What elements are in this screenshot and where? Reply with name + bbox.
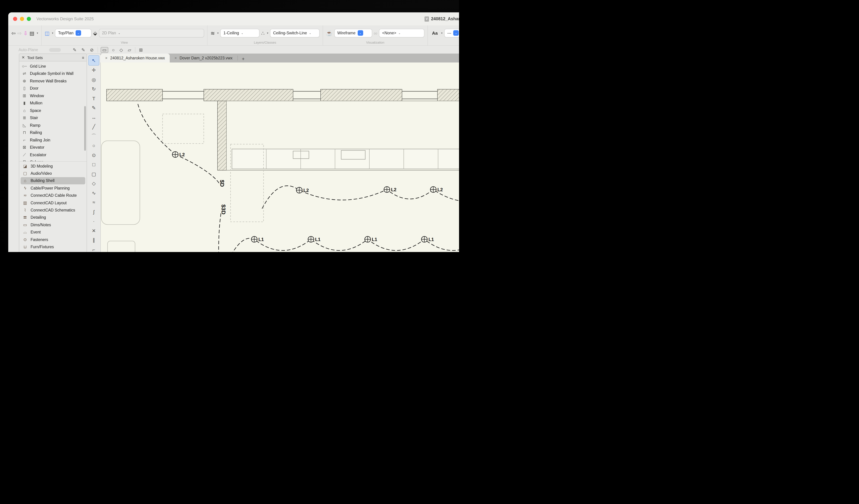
tool-set-category-connectcad-layout[interactable]: ▥ConnectCAD Layout xyxy=(20,199,85,206)
arc-tool[interactable]: ⌒ xyxy=(89,131,99,141)
tool-set-category-fasteners[interactable]: ⊙Fasteners xyxy=(20,236,85,243)
class-select[interactable]: Ceiling-Switch-Line⌄ xyxy=(270,29,319,37)
tool-item[interactable]: ⊠Elevator xyxy=(21,144,86,151)
light-fixture-l1[interactable]: L1 xyxy=(251,236,264,242)
tool-item[interactable]: ⊗Remove Wall Breaks xyxy=(21,77,86,85)
tool-item[interactable]: ○┄Grid Line xyxy=(21,62,86,70)
minimize-window-button[interactable] xyxy=(20,17,24,21)
back-icon[interactable]: ⇦ xyxy=(11,30,16,35)
zoom-tool[interactable]: ◎ xyxy=(89,75,99,84)
auto-plane-button[interactable]: Auto-Plane xyxy=(18,48,38,52)
light-fixture-l2[interactable]: L2 xyxy=(296,187,309,193)
polygon-marquee-icon[interactable]: ◇ xyxy=(119,47,124,52)
tool-item[interactable]: ⟋Escalator xyxy=(21,151,86,158)
tool-set-category-dims-notes[interactable]: ▭Dims/Notes xyxy=(20,221,85,229)
tool-set-category-audio-video[interactable]: ▢Audio/Video xyxy=(20,170,85,177)
freehand-tool[interactable]: ≈ xyxy=(89,198,99,207)
zoom-window-button[interactable] xyxy=(27,17,31,21)
tool-item[interactable]: ▯Door xyxy=(21,85,86,92)
forward-icon[interactable]: ⇨ xyxy=(17,30,22,35)
tool-item[interactable]: ▮Mullion xyxy=(21,99,86,107)
publish-icon[interactable]: ⇩ xyxy=(24,30,28,35)
tool-item[interactable]: ⇌Duplicate Symbol in Wall xyxy=(21,70,86,77)
drawing-canvas[interactable]: L2L1L3L3L2L2L2L1L1L1L1L1L1L1L1L2L2L2L2L2… xyxy=(100,62,459,252)
circle-tool[interactable]: ○ xyxy=(89,141,99,151)
tool-item[interactable]: ◺Ramp xyxy=(21,122,86,129)
interactive-scaling-off-icon[interactable]: ⊘ xyxy=(89,47,95,52)
file-history-icon[interactable]: ▤ xyxy=(29,30,34,35)
close-tab-icon[interactable]: × xyxy=(105,56,107,60)
layers-icon[interactable]: ≋ xyxy=(210,30,215,35)
close-tab-icon[interactable]: × xyxy=(175,56,177,60)
font-style-icon[interactable]: Aa xyxy=(431,30,439,35)
pan-tool[interactable]: ✛ xyxy=(89,65,99,75)
tool-set-category-3d-modeling[interactable]: ◪3D Modeling xyxy=(20,162,85,170)
interactive-scaling-2-icon[interactable]: ✎ xyxy=(80,47,86,52)
callout-tool[interactable]: ✎ xyxy=(89,103,99,113)
tool-item[interactable]: ⌐Railing Join xyxy=(21,136,86,144)
scrollbar-thumb[interactable] xyxy=(84,106,86,151)
light-fixture-l2[interactable]: L2 xyxy=(172,152,185,157)
tool-set-category-furn-fixtures[interactable]: ⊔Furn/Fixtures xyxy=(20,243,85,251)
tool-set-category-connectcad-cable-route[interactable]: ≂ConnectCAD Cable Route xyxy=(20,192,85,199)
render-teapot-icon[interactable]: ☕ xyxy=(326,30,332,35)
light-fixture-l1[interactable]: L1 xyxy=(365,236,377,242)
data-vis-glasses-icon[interactable]: ∞ xyxy=(374,30,377,35)
hamburger-menu-icon[interactable]: ≡ xyxy=(82,56,84,60)
tab-asharoken-house[interactable]: × 240812_Asharoken House.vwx xyxy=(100,53,170,62)
lasso-marquee-icon[interactable]: ○ xyxy=(111,47,116,52)
font-select[interactable]: ---⌄ xyxy=(444,29,459,37)
group-label: Visualization xyxy=(323,41,427,44)
switch-symbol[interactable]: $3D xyxy=(221,204,227,215)
text-tool[interactable]: T xyxy=(89,94,99,103)
paint-marquee-icon[interactable]: ▱ xyxy=(127,47,132,52)
fillet-tool[interactable]: ⌐ xyxy=(89,245,99,252)
rounded-rectangle-tool[interactable]: ▢ xyxy=(89,169,99,179)
render-mode-select[interactable]: Wireframe⌄ xyxy=(334,29,372,37)
data-vis-select[interactable]: <None>⌄ xyxy=(379,29,424,37)
tool-item[interactable]: ⌂Space xyxy=(21,107,86,114)
rectangle-tool[interactable]: □ xyxy=(89,160,99,169)
saved-view-select[interactable]: 2D Plan⌄ xyxy=(99,29,204,37)
tool-item[interactable]: ΠColumn xyxy=(21,158,86,161)
layer-select[interactable]: 1-Ceiling⌄ xyxy=(221,29,260,37)
tool-set-category-building-shell[interactable]: ⌂Building Shell xyxy=(20,177,85,185)
light-fixture-l2[interactable]: L2 xyxy=(384,187,396,192)
light-fixture-l1[interactable]: L1 xyxy=(421,236,434,242)
locus-tool[interactable]: ✕ xyxy=(89,226,99,235)
close-window-button[interactable] xyxy=(13,17,17,21)
rectangular-marquee-icon[interactable]: ▭ xyxy=(101,47,108,53)
tool-item[interactable]: ⊓Railing xyxy=(21,129,86,136)
oval-tool[interactable]: ⊙ xyxy=(89,151,99,160)
tool-set-category-event[interactable]: ⌓Event xyxy=(20,229,85,236)
polyline-tool[interactable]: ∿ xyxy=(89,188,99,198)
saved-view-cube-icon[interactable]: ⬙ xyxy=(93,30,97,35)
selection-options-icon[interactable]: ⊞ xyxy=(138,47,144,52)
switch-symbol[interactable]: $D xyxy=(219,180,225,187)
dimension-tool[interactable]: ↔ xyxy=(89,113,99,122)
spline-tool[interactable]: ʃ xyxy=(89,207,99,217)
view-axon-icon[interactable]: ◫ xyxy=(45,30,49,35)
tab-dover-dam[interactable]: × Dover Dam_2 v2025b223.vwx xyxy=(170,53,238,62)
tool-item[interactable]: ≣Stair xyxy=(21,114,86,122)
tool-set-category-cable-power-planning[interactable]: ϟCable/Power Planning xyxy=(20,184,85,192)
view-select[interactable]: Top/Plan⌄ xyxy=(55,29,91,37)
interactive-scaling-icon[interactable]: ✎ xyxy=(72,47,78,52)
selection-tool[interactable]: ↖ xyxy=(88,55,99,65)
tool-item[interactable]: ⊞Window xyxy=(21,92,86,99)
offset-tool[interactable]: ∥ xyxy=(89,235,99,245)
tool-item-label: Elevator xyxy=(30,145,44,149)
close-icon[interactable]: ✕ xyxy=(22,55,25,60)
light-fixture-l1[interactable]: L1 xyxy=(308,236,320,242)
tool-set-category-connectcad-schematics[interactable]: ⌇ConnectCAD Schematics xyxy=(20,206,85,214)
walls xyxy=(106,89,459,252)
polygon-tool[interactable]: ◇ xyxy=(89,179,99,188)
point-tool[interactable]: · xyxy=(89,217,99,226)
flyover-tool[interactable]: ↻ xyxy=(89,84,99,94)
line-tool[interactable]: ╱ xyxy=(89,122,99,131)
gis-icon: ◐ xyxy=(22,252,28,252)
tool-set-category-detailing[interactable]: 〓Detailing xyxy=(20,214,85,221)
new-tab-button[interactable]: + xyxy=(238,56,248,61)
classes-icon[interactable]: ∴ xyxy=(261,30,265,35)
tool-set-category-gis[interactable]: ◐GIS xyxy=(20,250,85,252)
